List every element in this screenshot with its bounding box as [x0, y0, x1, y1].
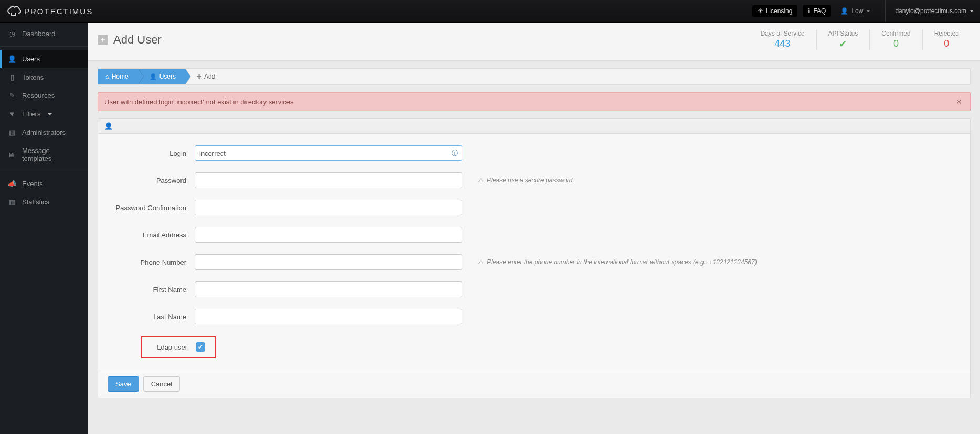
info-circle-icon[interactable]: ⓘ: [452, 149, 458, 158]
breadcrumb-label: Add: [204, 73, 215, 80]
check-icon: ✔: [198, 343, 203, 351]
last-name-input[interactable]: [195, 309, 462, 324]
sidebar-item-label: Message templates: [22, 147, 81, 162]
ldap-highlight-box: Ldap user ✔: [141, 336, 216, 358]
warning-icon: ⚠: [478, 258, 484, 266]
password-input[interactable]: [195, 172, 462, 188]
severity-indicator[interactable]: 👤 Low: [836, 7, 875, 15]
email-input[interactable]: [195, 227, 462, 243]
faq-button[interactable]: ℹ FAQ: [803, 5, 831, 17]
divider: [0, 171, 88, 171]
stat-value: 0: [934, 38, 959, 49]
sidebar-item-tokens[interactable]: ▯ Tokens: [0, 68, 88, 86]
page-title: Add User: [113, 33, 162, 47]
password-confirm-label: Password Confirmation: [108, 204, 195, 212]
account-email: danylo@protectimus.com: [895, 7, 966, 15]
stat-label: API Status: [828, 30, 858, 37]
sidebar-item-administrators[interactable]: ▥ Administrators: [0, 123, 88, 142]
email-label: Email Address: [108, 231, 195, 239]
edit-icon: ✎: [7, 92, 17, 100]
password-label: Password: [108, 177, 195, 185]
brand-name: PROTECTIMUS: [24, 7, 93, 16]
first-name-label: First Name: [108, 286, 195, 294]
sidebar-item-label: Resources: [22, 92, 55, 100]
breadcrumb-users[interactable]: 👤 Users: [138, 69, 185, 84]
error-alert: User with defined login 'incorrect' not …: [98, 92, 971, 111]
stat-days: Days of Service 443: [749, 30, 816, 50]
save-button[interactable]: Save: [108, 376, 139, 392]
stat-label: Confirmed: [881, 30, 910, 37]
user-form-panel: 👤 Login ⓘ Password: [98, 118, 971, 398]
phone-input[interactable]: [195, 254, 462, 270]
device-icon: ▯: [7, 73, 17, 81]
sidebar-item-label: Users: [22, 55, 40, 63]
breadcrumb-label: Users: [159, 73, 176, 80]
plus-icon: ✚: [197, 73, 201, 80]
stat-value: 443: [761, 38, 805, 49]
cancel-button[interactable]: Cancel: [143, 376, 180, 392]
gauge-icon: ◷: [7, 30, 17, 38]
sidebar-item-label: Statistics: [22, 198, 49, 206]
phone-help: ⚠ Please enter the phone number in the i…: [478, 258, 757, 266]
sidebar-item-dashboard[interactable]: ◷ Dashboard: [0, 25, 88, 43]
licensing-button[interactable]: ☀ Licensing: [752, 5, 798, 17]
sidebar-item-label: Events: [22, 180, 43, 188]
sidebar-item-statistics[interactable]: ▦ Statistics: [0, 193, 88, 211]
user-icon: 👤: [150, 73, 157, 80]
caret-down-icon: [866, 10, 870, 12]
sidebar-item-message-templates[interactable]: 🗎 Message templates: [0, 142, 88, 168]
stat-api: API Status ✔: [816, 30, 870, 50]
sidebar-item-label: Dashboard: [22, 30, 56, 38]
stat-confirmed: Confirmed 0: [869, 30, 922, 50]
sidebar-item-label: Filters: [22, 110, 40, 118]
login-label: Login: [108, 149, 195, 157]
stat-label: Rejected: [934, 30, 959, 37]
password-confirm-input[interactable]: [195, 200, 462, 215]
document-icon: 🗎: [7, 151, 17, 159]
breadcrumb-home[interactable]: ⌂ Home: [98, 69, 138, 84]
login-input[interactable]: [195, 145, 462, 161]
topbar: PROTECTIMUS ☀ Licensing ℹ FAQ 👤 Low dany…: [0, 0, 980, 23]
check-icon: ✔: [828, 38, 858, 50]
sidebar-item-label: Administrators: [22, 128, 66, 136]
breadcrumb-add: ✚ Add: [185, 69, 225, 84]
breadcrumb-label: Home: [112, 73, 129, 80]
funnel-icon: ▼: [7, 110, 17, 118]
sidebar-item-resources[interactable]: ✎ Resources: [0, 86, 88, 105]
home-icon: ⌂: [105, 73, 109, 80]
phone-label: Phone Number: [108, 258, 195, 266]
panel-header: 👤: [98, 119, 970, 134]
warning-icon: ⚠: [478, 177, 484, 184]
user-icon: 👤: [7, 55, 17, 63]
sidebar-item-filters[interactable]: ▼ Filters: [0, 105, 88, 123]
account-menu[interactable]: danylo@protectimus.com: [885, 0, 974, 22]
bars-icon: ▥: [7, 128, 17, 136]
sidebar-item-events[interactable]: 📣 Events: [0, 175, 88, 193]
user-icon: 👤: [104, 122, 113, 130]
faq-label: FAQ: [813, 7, 826, 15]
user-icon: 👤: [840, 7, 848, 15]
stats: Days of Service 443 API Status ✔ Confirm…: [749, 30, 971, 50]
sidebar-item-users[interactable]: 👤 Users: [0, 50, 88, 68]
stat-label: Days of Service: [761, 30, 805, 37]
alert-close-button[interactable]: ×: [954, 97, 964, 106]
divider: [0, 46, 88, 47]
alert-message: User with defined login 'incorrect' not …: [104, 98, 954, 106]
chart-icon: ▦: [7, 198, 17, 206]
info-icon: ℹ: [808, 7, 811, 15]
last-name-label: Last Name: [108, 313, 195, 321]
sun-icon: ☀: [758, 7, 763, 15]
severity-label: Low: [851, 7, 863, 15]
ldap-label: Ldap user: [147, 343, 196, 351]
password-help: ⚠ Please use a secure password.: [478, 177, 574, 184]
logo[interactable]: PROTECTIMUS: [6, 5, 93, 17]
plus-icon: ＋: [98, 35, 108, 45]
caret-down-icon: [48, 113, 52, 115]
ldap-user-checkbox[interactable]: ✔: [196, 342, 205, 352]
page-header: ＋ Add User Days of Service 443 API Statu…: [88, 23, 980, 61]
sidebar: ◷ Dashboard 👤 Users ▯ Tokens ✎ Resources…: [0, 23, 88, 434]
sidebar-item-label: Tokens: [22, 73, 44, 81]
first-name-input[interactable]: [195, 281, 462, 297]
caret-down-icon: [970, 10, 974, 12]
stat-value: 0: [881, 38, 910, 49]
